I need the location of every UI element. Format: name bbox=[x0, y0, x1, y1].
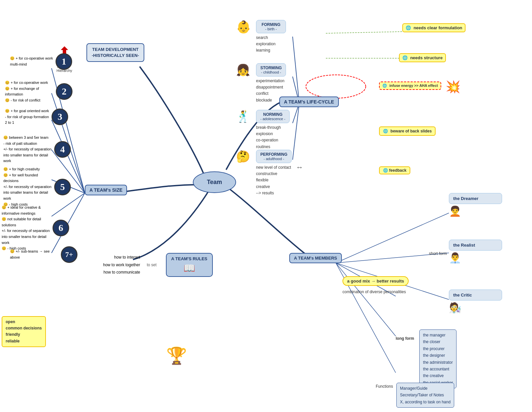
critic-icon: 🧑‍🔬 bbox=[449, 302, 502, 313]
norming-item-1: explosion bbox=[256, 131, 290, 137]
role-3: the designer bbox=[423, 352, 453, 359]
size3-item0: 😊 + for goal oriented work bbox=[5, 108, 49, 114]
svg-line-10 bbox=[293, 103, 299, 160]
norming-name: NORMING bbox=[260, 112, 285, 117]
storming-item-2: conflict bbox=[256, 91, 286, 97]
svg-point-13 bbox=[306, 75, 366, 98]
size5-item0: 😊 + for high creativity bbox=[3, 166, 52, 172]
size6-item1: 😊 not suitable for detail solutions bbox=[2, 216, 50, 228]
norming-item-3: routines bbox=[256, 144, 290, 150]
num-circle-6: 6 bbox=[53, 220, 69, 236]
norming-section: 🕺 NORMING - adolescence - break-through … bbox=[256, 110, 290, 150]
norming-subtitle: - adolescence - bbox=[260, 117, 285, 121]
size1-item0: 😊 + for co-operative work bbox=[10, 56, 53, 62]
storming-subtitle: - childhood - bbox=[260, 70, 282, 74]
decisions-line-0: open bbox=[6, 319, 42, 325]
role-4: the administrator bbox=[423, 359, 453, 366]
performing-item-1: constructive bbox=[256, 171, 292, 177]
team-dev-box: TEAM DEVELOPMENT -HISTORICALLY SEEN- bbox=[86, 43, 144, 62]
trophy-icon: 🏆 bbox=[166, 346, 187, 365]
realist-label: the Realist bbox=[453, 243, 498, 248]
realist-icon: 👨‍💼 bbox=[449, 252, 502, 264]
long-form-section: long form the manager the closer the pro… bbox=[396, 329, 457, 388]
function-1: Secretary/Taker of Notes bbox=[400, 392, 451, 398]
num-circle-4: 4 bbox=[54, 141, 71, 158]
good-mix-box: a good mix → better results bbox=[342, 276, 409, 286]
role-6: the creative bbox=[423, 372, 453, 379]
forming-item-2: learning bbox=[256, 47, 286, 54]
dreamer-section: the Dreamer 🧑‍🦱 bbox=[449, 193, 502, 217]
beware-box: 🌐 beware of back slides bbox=[379, 126, 436, 136]
role-0: the manager bbox=[423, 332, 453, 338]
size-2-section: 😊 + for co-operative work 😊 + for exchan… bbox=[5, 80, 72, 103]
critic-section: the Critic 🧑‍🔬 bbox=[449, 290, 502, 313]
needs-clear-box: 🌐 needs clear formulation bbox=[402, 23, 466, 32]
function-0: Manager/Guide bbox=[400, 385, 451, 392]
performing-subtitle: - adulthood - bbox=[260, 157, 287, 161]
rules-item-2: how to communicate bbox=[103, 269, 140, 276]
role-2: the procurer bbox=[423, 345, 453, 352]
role-5: the accountant bbox=[423, 366, 453, 372]
size6-item0: 😊 + ideal for creative & informative mee… bbox=[2, 205, 50, 216]
forming-item-1: exploration bbox=[256, 41, 286, 47]
performing-name: PERFORMING bbox=[260, 152, 287, 157]
performing-icon: 🤔 bbox=[236, 150, 250, 163]
team-dev-section: ⬆ Network Team Hierarchy TEAM DEVELOPMEN… bbox=[86, 43, 144, 62]
performing-item-2: flexible bbox=[256, 177, 292, 183]
num-circle-7: 7+ bbox=[61, 246, 77, 263]
performing-item-0: new level of contact bbox=[256, 164, 292, 171]
size-1-section: 😊 + for co-operative work multi-mind 1 bbox=[10, 53, 72, 70]
rules-item-0: how to interact bbox=[103, 254, 140, 261]
size-5-section: 😊 + for high creativity 😊 + for well fou… bbox=[3, 166, 71, 207]
performing-item-4: --> results bbox=[256, 190, 292, 196]
size6-item2: +/- for necessity of separation into sma… bbox=[2, 228, 50, 246]
storming-item-1: disappointment bbox=[256, 84, 286, 91]
size-3-section: 😊 + for goal oriented work - for risk of… bbox=[5, 108, 68, 126]
size5-item2: +/- for necessity of separation into sma… bbox=[3, 184, 52, 202]
performing-item-3: creative bbox=[256, 184, 292, 190]
size5-item1: 😊 + for well founded decisions bbox=[3, 172, 52, 184]
norming-item-0: break-through bbox=[256, 124, 290, 131]
num-circle-5: 5 bbox=[54, 179, 71, 195]
explosion-icon: 💥 bbox=[446, 80, 461, 94]
decisions-line-1: common decisions bbox=[6, 325, 42, 331]
performing-section: 🤔 PERFORMING - adulthood - new level of … bbox=[256, 150, 292, 196]
arrows-icon: ↔ bbox=[296, 163, 303, 172]
size2-item0: 😊 + for co-operative work bbox=[5, 80, 53, 86]
size2-item2: 😊 - for risk of conflict bbox=[5, 98, 53, 103]
functions-section: Functions Manager/Guide Secretary/Taker … bbox=[376, 383, 454, 408]
storming-item-3: blockade bbox=[256, 97, 286, 103]
size4-item0: 😊 between 3 and 5er team bbox=[3, 135, 52, 141]
size2-item1: 😊 + for exchange of information bbox=[5, 86, 53, 98]
short-form-label: short form bbox=[429, 251, 447, 256]
forming-name: FORMING bbox=[260, 22, 282, 27]
forming-section: 👶 FORMING - birth - search exploration l… bbox=[256, 20, 286, 54]
decisions-box: open common decisions friendly reliable bbox=[2, 316, 46, 347]
forming-subtitle: - birth - bbox=[260, 27, 282, 31]
norming-item-2: co-operation bbox=[256, 137, 290, 143]
dreamer-label: the Dreamer bbox=[453, 196, 498, 201]
realist-section: the Realist 👨‍💼 bbox=[449, 240, 502, 264]
size7-item0: 😊 +/- sub-teams → see above bbox=[10, 249, 58, 260]
critic-label: the Critic bbox=[453, 293, 498, 298]
function-2: X, according to task on hand bbox=[400, 399, 451, 405]
combination-text: combination of diverse personalities bbox=[342, 290, 406, 294]
size3-item2: 2 to 1 bbox=[5, 120, 49, 126]
functions-label: Functions bbox=[376, 383, 393, 389]
forming-icon: 👶 bbox=[236, 20, 251, 34]
infuse-energy-box: 🌐 infuse energy >> AHA effect bbox=[379, 82, 441, 90]
size-4-section: 😊 between 3 and 5er team - risk of patt … bbox=[3, 135, 71, 164]
feedback-box: 🌐 feedback bbox=[379, 166, 410, 174]
rules-icon: 📖 bbox=[171, 263, 207, 274]
team-rules-section: how to interact how to work together how… bbox=[103, 253, 213, 277]
dreamer-icon: 🧑‍🦱 bbox=[449, 205, 502, 217]
team-size-node: A TEAM's SIZE bbox=[85, 185, 127, 195]
to-set-label: to set bbox=[147, 263, 156, 267]
decisions-line-2: friendly bbox=[6, 331, 42, 338]
decisions-line-3: reliable bbox=[6, 338, 42, 344]
storming-name: STORMING bbox=[260, 66, 282, 70]
team-dev-title2: -HISTORICALLY SEEN- bbox=[92, 53, 139, 59]
num-circle-2: 2 bbox=[56, 83, 72, 100]
center-node: Team bbox=[193, 171, 236, 193]
role-1: the closer bbox=[423, 338, 453, 345]
